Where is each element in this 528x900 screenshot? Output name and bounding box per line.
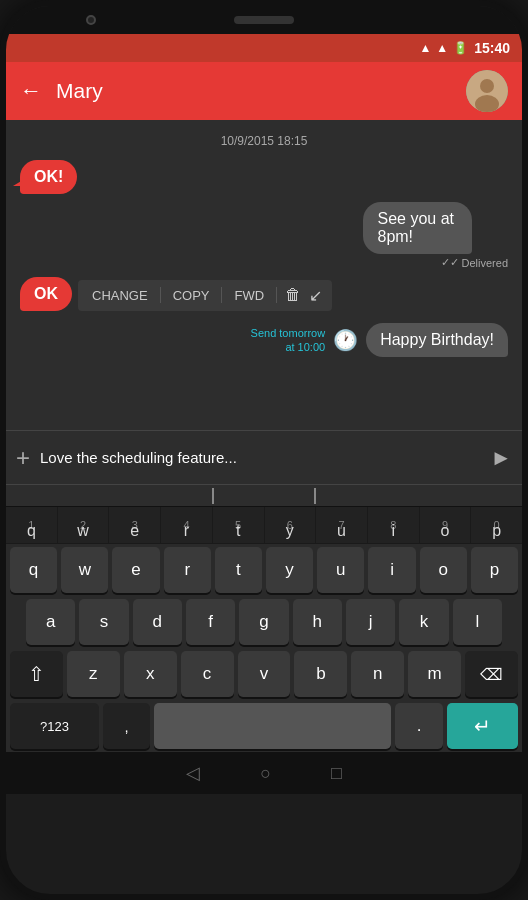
divider3 [276,287,277,303]
scheduled-message-row: Send tomorrow at 10:00 🕐 Happy Birthday! [20,323,508,357]
key-k[interactable]: k [399,599,448,645]
back-nav-icon[interactable]: ◁ [186,762,200,784]
key-x[interactable]: x [124,651,177,697]
phone-frame: ▲ ▲ 🔋 15:40 ← Mary 10/9/2015 18:15 [0,0,528,900]
key-e[interactable]: e [112,547,159,593]
key-i[interactable]: i [368,547,415,593]
shift-key[interactable]: ⇧ [10,651,63,697]
key-t[interactable]: t [215,547,262,593]
app-bar: ← Mary [6,62,522,120]
key-a[interactable]: a [26,599,75,645]
message-input[interactable] [40,449,480,466]
selected-text: OK [34,285,58,302]
divider [160,287,161,303]
status-bar: ▲ ▲ 🔋 15:40 [6,34,522,62]
key-p-num[interactable]: 0p [471,507,522,543]
key-z[interactable]: z [67,651,120,697]
forward-icon[interactable]: ↙ [309,286,322,305]
cursor-left [212,488,214,504]
key-o[interactable]: o [420,547,467,593]
special-key[interactable]: ?123 [10,703,99,749]
copy-button[interactable]: COPY [169,286,214,305]
delete-icon[interactable]: 🗑 [285,286,301,304]
key-o-num[interactable]: 9o [420,507,472,543]
key-u-num[interactable]: 7u [316,507,368,543]
home-nav-icon[interactable]: ○ [260,763,271,784]
signal-icon: ▲ [436,41,448,55]
send-button[interactable]: ► [490,445,512,471]
recents-nav-icon[interactable]: □ [331,763,342,784]
scheduled-message-text: Happy Birthday! [380,331,494,348]
delivered-label: Delivered [462,257,508,269]
plus-icon[interactable]: + [16,444,30,472]
key-b[interactable]: b [294,651,347,697]
key-u[interactable]: u [317,547,364,593]
key-r[interactable]: r [164,547,211,593]
selected-bubble[interactable]: OK [20,277,72,311]
period-key[interactable]: . [395,703,442,749]
number-row: 1q 2w 3e 4r 5t 6y 7u 8i 9o 0p [6,507,522,544]
key-q[interactable]: q [10,547,57,593]
chat-timestamp: 10/9/2015 18:15 [20,134,508,148]
key-r-num[interactable]: 4r [161,507,213,543]
key-l[interactable]: l [453,599,502,645]
message-row-sent: See you at 8pm! ✓✓ Delivered [20,202,508,269]
keyboard-bottom-row: ?123 , . ↵ [6,700,522,752]
key-f[interactable]: f [186,599,235,645]
selected-message-group: OK CHANGE COPY FWD 🗑 ↙ [20,277,508,311]
phone-top-bar [6,6,522,34]
key-e-num[interactable]: 3e [109,507,161,543]
comma-key[interactable]: , [103,703,150,749]
delivered-status: ✓✓ Delivered [363,256,508,269]
key-v[interactable]: v [238,651,291,697]
fwd-button[interactable]: FWD [230,286,268,305]
key-j[interactable]: j [346,599,395,645]
input-area: + ► [6,430,522,484]
key-m[interactable]: m [408,651,461,697]
key-n[interactable]: n [351,651,404,697]
key-w[interactable]: w [61,547,108,593]
key-y[interactable]: y [266,547,313,593]
key-d[interactable]: d [133,599,182,645]
bubble-text-1: OK! [34,168,63,185]
sent-text-1: See you at 8pm! [377,210,454,245]
status-time: 15:40 [474,40,510,56]
svg-point-1 [480,79,494,93]
key-q-num[interactable]: 1q [6,507,58,543]
received-bubble-1[interactable]: OK! [20,160,77,194]
status-icons: ▲ ▲ 🔋 [419,41,468,55]
keyboard-row-3: ⇧ z x c v b n m ⌫ [6,648,522,700]
sent-bubble-1[interactable]: See you at 8pm! [363,202,471,254]
divider2 [221,287,222,303]
wifi-icon: ▲ [419,41,431,55]
change-button[interactable]: CHANGE [88,286,152,305]
context-menu: CHANGE COPY FWD 🗑 ↙ [78,280,332,311]
delivered-icon: ✓✓ [441,256,459,269]
backspace-key[interactable]: ⌫ [465,651,518,697]
space-key[interactable] [154,703,391,749]
keyboard: 1q 2w 3e 4r 5t 6y 7u 8i 9o 0p q w e r t … [6,506,522,752]
avatar[interactable] [466,70,508,112]
back-button[interactable]: ← [20,78,42,104]
scheduled-bubble[interactable]: Happy Birthday! [366,323,508,357]
key-h[interactable]: h [293,599,342,645]
key-y-num[interactable]: 6y [265,507,317,543]
avatar-image [466,70,508,112]
key-s[interactable]: s [79,599,128,645]
battery-icon: 🔋 [453,41,468,55]
input-divider [6,484,522,506]
key-c[interactable]: c [181,651,234,697]
key-g[interactable]: g [239,599,288,645]
keyboard-row-2: a s d f g h j k l [6,596,522,648]
key-i-num[interactable]: 8i [368,507,420,543]
phone-camera [86,15,96,25]
key-t-num[interactable]: 5t [213,507,265,543]
schedule-clock-icon[interactable]: 🕐 [333,328,358,352]
enter-key[interactable]: ↵ [447,703,518,749]
schedule-text-line1: Send tomorrow [251,326,326,340]
contact-name: Mary [56,79,452,103]
key-p[interactable]: p [471,547,518,593]
schedule-text-line2: at 10:00 [251,340,326,354]
sent-bubble-container: See you at 8pm! ✓✓ Delivered [363,202,508,269]
key-w-num[interactable]: 2w [58,507,110,543]
